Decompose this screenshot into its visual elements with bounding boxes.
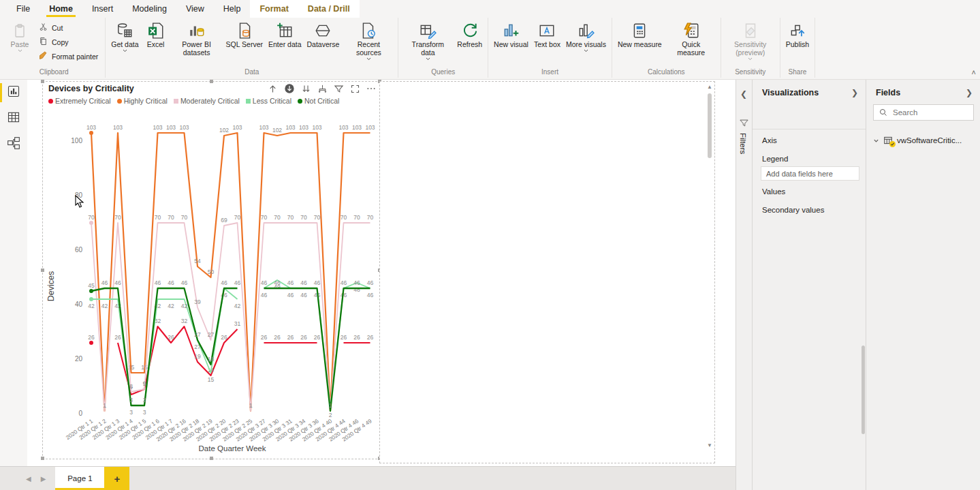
collapse-visualizations-icon[interactable]: ❯ <box>851 88 858 97</box>
quick-measure-button[interactable]: Quick measure <box>665 19 718 57</box>
fields-search[interactable] <box>873 104 974 121</box>
ribbon-group-clipboard: Paste Cut Copy Format painterClipboard <box>3 18 106 78</box>
resize-handle[interactable] <box>41 457 44 460</box>
transform-data-button[interactable]: Transform data <box>401 19 454 61</box>
more-visuals-button[interactable]: More visuals <box>563 19 609 52</box>
ribbon-tab-format[interactable]: Format <box>250 0 298 18</box>
visualizations-scrollbar[interactable] <box>862 346 865 434</box>
expand-filters-icon[interactable]: ❮ <box>740 89 747 99</box>
svg-text:103: 103 <box>312 124 321 131</box>
sql-server-button[interactable]: SQL Server <box>223 19 266 48</box>
new-page-button[interactable]: + <box>104 467 129 490</box>
ribbon-group-queries: Transform data RefreshQueries <box>398 18 488 78</box>
svg-text:46: 46 <box>101 279 108 286</box>
svg-text:46: 46 <box>287 279 294 286</box>
report-canvas[interactable]: Devices by Criticality Extremely Critica… <box>27 80 736 467</box>
next-page-icon[interactable]: ▶ <box>41 475 46 483</box>
svg-text:32: 32 <box>181 318 188 324</box>
ribbon-tab-help[interactable]: Help <box>214 0 251 18</box>
svg-text:70: 70 <box>155 214 161 221</box>
svg-text:0: 0 <box>78 410 82 417</box>
excel-button[interactable]: Excel <box>142 19 170 48</box>
line-chart-visual[interactable]: Devices by Criticality Extremely Critica… <box>42 81 381 459</box>
visualizations-pane-title: Visualizations <box>762 88 819 97</box>
filters-pane-title: Filters <box>739 133 747 154</box>
field-table-item[interactable]: vwSoftwareCritic... <box>866 121 980 145</box>
page-tab[interactable]: Page 1 <box>55 467 104 490</box>
svg-text:26: 26 <box>300 334 307 341</box>
search-icon <box>879 108 887 117</box>
copy-button[interactable]: Copy <box>34 35 102 49</box>
group-label: Sensitivity <box>724 67 777 78</box>
page-tab-label: Page 1 <box>67 474 92 483</box>
svg-text:46: 46 <box>261 279 268 286</box>
paste-button[interactable]: Paste <box>5 19 34 52</box>
sidebar-report-view[interactable] <box>0 80 27 106</box>
dataverse-button[interactable]: Dataverse <box>304 19 342 48</box>
sql-server-icon <box>236 21 253 40</box>
svg-text:46: 46 <box>300 292 307 298</box>
svg-text:26: 26 <box>168 334 174 341</box>
resize-handle[interactable] <box>210 457 213 460</box>
power-bi-datasets-button[interactable]: Power BI datasets <box>170 19 223 57</box>
sidebar-data-view[interactable] <box>0 106 27 132</box>
ribbon-groups: Paste Cut Copy Format painterClipboard G… <box>0 18 980 78</box>
ribbon-tab-modeling[interactable]: Modeling <box>123 0 176 18</box>
svg-text:46: 46 <box>274 279 281 286</box>
svg-text:1: 1 <box>329 402 332 409</box>
legend-field-well[interactable]: Add data fields here <box>761 166 859 181</box>
format-painter-button[interactable]: Format painter <box>34 49 102 63</box>
search-input[interactable] <box>891 108 962 117</box>
text-box-icon <box>538 21 556 40</box>
filters-pane-collapsed[interactable]: ❮ Filters <box>736 80 753 490</box>
collapse-fields-icon[interactable]: ❯ <box>966 88 973 97</box>
paste-icon <box>12 21 28 40</box>
table-icon <box>883 136 893 145</box>
resize-handle[interactable] <box>210 80 213 83</box>
recent-sources-button[interactable]: Recent sources <box>342 19 395 61</box>
svg-text:46: 46 <box>341 279 347 286</box>
cut-button[interactable]: Cut <box>34 20 102 35</box>
scroll-up-icon[interactable]: ▲ <box>706 84 713 90</box>
svg-text:103: 103 <box>232 124 242 131</box>
scrollbar-thumb[interactable] <box>708 93 712 158</box>
line-chart[interactable]: 020406080100Devices2020 Qtr 1 12020 Qtr … <box>43 82 380 459</box>
ribbon-tab-home[interactable]: Home <box>39 0 82 18</box>
prev-page-icon[interactable]: ◀ <box>26 475 31 483</box>
svg-text:18: 18 <box>208 356 215 363</box>
svg-text:46: 46 <box>314 279 321 286</box>
table-visual[interactable]: ▲ ▼ <box>379 81 715 463</box>
publish-button[interactable]: Publish <box>783 19 812 48</box>
svg-text:42: 42 <box>181 303 188 309</box>
svg-text:3: 3 <box>143 409 146 416</box>
ribbon-group-calculations: New measure Quick measureCalculations <box>612 18 721 78</box>
resize-handle[interactable] <box>41 80 44 83</box>
enter-data-button[interactable]: Enter data <box>266 19 304 48</box>
new-measure-button[interactable]: New measure <box>615 19 665 48</box>
ribbon-tab-file[interactable]: File <box>7 0 39 18</box>
svg-text:1: 1 <box>103 402 106 409</box>
resize-handle[interactable] <box>41 269 44 272</box>
svg-text:27: 27 <box>194 331 201 338</box>
collapse-ribbon-icon[interactable]: ˄ <box>972 68 976 76</box>
text-box-button[interactable]: Text box <box>531 19 563 48</box>
ribbon-tab-data-drill[interactable]: Data / Drill <box>298 0 360 18</box>
new-visual-button[interactable]: New visual <box>491 19 531 48</box>
refresh-button[interactable]: Refresh <box>454 19 485 48</box>
svg-text:46: 46 <box>234 279 241 286</box>
scroll-down-icon[interactable]: ▼ <box>706 442 713 448</box>
table-scrollbar[interactable]: ▲ ▼ <box>706 84 713 461</box>
ribbon-tab-insert[interactable]: Insert <box>82 0 123 18</box>
ribbon-tab-view[interactable]: View <box>176 0 214 18</box>
sensitivity-preview--button[interactable]: Sensitivity (preview) <box>724 19 777 61</box>
sidebar-model-view[interactable] <box>0 132 27 157</box>
publish-icon <box>789 21 806 40</box>
page-nav-arrows: ◀ ▶ <box>0 467 55 490</box>
svg-text:70: 70 <box>300 214 307 221</box>
get-data-button[interactable]: Get data <box>108 19 141 52</box>
group-label: Insert <box>491 67 609 78</box>
svg-text:103: 103 <box>86 124 96 131</box>
svg-text:70: 70 <box>181 214 188 221</box>
svg-text:103: 103 <box>352 124 362 131</box>
svg-text:26: 26 <box>274 334 281 341</box>
